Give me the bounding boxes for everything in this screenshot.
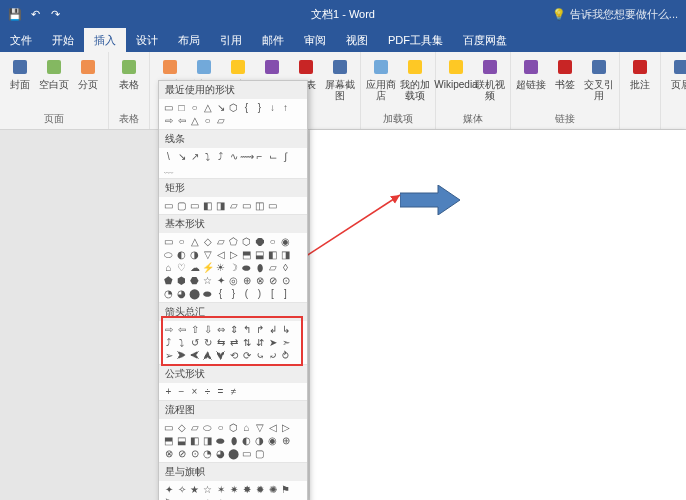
shape-option[interactable]: ⬢ bbox=[176, 275, 187, 286]
shape-option[interactable]: ↓ bbox=[267, 102, 278, 113]
tab-布局[interactable]: 布局 bbox=[168, 28, 210, 52]
shape-option[interactable]: } bbox=[254, 102, 265, 113]
shape-option[interactable]: ⇨ bbox=[163, 324, 174, 335]
ribbon-button-我的加载项[interactable]: 我的加载项 bbox=[399, 54, 431, 112]
shape-option[interactable]: ◕ bbox=[176, 288, 187, 299]
shape-option[interactable]: ▭ bbox=[267, 200, 278, 211]
tab-文件[interactable]: 文件 bbox=[0, 28, 42, 52]
shape-option[interactable]: ≠ bbox=[228, 386, 239, 397]
shape-option[interactable]: ⇩ bbox=[202, 324, 213, 335]
ribbon-button-交叉引用[interactable]: 交叉引用 bbox=[583, 54, 615, 112]
shape-option[interactable]: ⬭ bbox=[202, 422, 213, 433]
shape-option[interactable]: ◕ bbox=[215, 448, 226, 459]
shape-option[interactable]: [ bbox=[267, 288, 278, 299]
shape-option[interactable]: ▱ bbox=[189, 422, 200, 433]
shape-option[interactable]: △ bbox=[202, 102, 213, 113]
ribbon-button-批注[interactable]: 批注 bbox=[624, 54, 656, 112]
shape-option[interactable]: ◊ bbox=[280, 262, 291, 273]
tab-审阅[interactable]: 审阅 bbox=[294, 28, 336, 52]
shape-option[interactable]: ⬡ bbox=[241, 236, 252, 247]
ribbon-button-应用商店[interactable]: 应用商店 bbox=[365, 54, 397, 112]
shape-option[interactable]: ⬡ bbox=[228, 102, 239, 113]
shape-option[interactable]: ⥁ bbox=[280, 350, 291, 361]
shape-option[interactable]: ÷ bbox=[202, 386, 213, 397]
shape-option[interactable]: ♡ bbox=[176, 262, 187, 273]
shape-option[interactable]: ⇦ bbox=[176, 115, 187, 126]
shape-option[interactable]: □ bbox=[176, 102, 187, 113]
ribbon-button-分页[interactable]: 分页 bbox=[72, 54, 104, 112]
shape-option[interactable]: ⊕ bbox=[241, 275, 252, 286]
shape-option[interactable]: ⬬ bbox=[241, 262, 252, 273]
document-canvas[interactable] bbox=[310, 130, 686, 500]
shape-option[interactable]: ◑ bbox=[254, 435, 265, 446]
shape-option[interactable]: } bbox=[228, 288, 239, 299]
shape-option[interactable]: ⮟ bbox=[215, 350, 226, 361]
shape-option[interactable]: ⇕ bbox=[228, 324, 239, 335]
shape-option[interactable]: ▱ bbox=[215, 115, 226, 126]
shape-option[interactable]: ⬓ bbox=[176, 435, 187, 446]
shape-option[interactable]: ↑ bbox=[280, 102, 291, 113]
shape-option[interactable]: ▭ bbox=[163, 422, 174, 433]
shape-option[interactable]: ⯃ bbox=[254, 236, 265, 247]
shape-option[interactable]: ◧ bbox=[202, 200, 213, 211]
ribbon-button-屏幕截图[interactable]: 屏幕截图 bbox=[324, 54, 356, 112]
shape-option[interactable]: ☆ bbox=[202, 275, 213, 286]
tab-百度网盘[interactable]: 百度网盘 bbox=[453, 28, 517, 52]
shape-option[interactable]: ∫ bbox=[280, 151, 291, 162]
shape-option[interactable]: ◨ bbox=[215, 200, 226, 211]
shape-option[interactable]: ⬬ bbox=[202, 288, 213, 299]
redo-icon[interactable]: ↷ bbox=[48, 7, 62, 21]
shape-option[interactable]: \ bbox=[163, 151, 174, 162]
ribbon-button-Wikipedia[interactable]: Wikipedia bbox=[440, 54, 472, 112]
shape-option[interactable]: { bbox=[215, 288, 226, 299]
shape-option[interactable]: ⬠ bbox=[228, 236, 239, 247]
shape-option[interactable]: ▷ bbox=[228, 249, 239, 260]
shape-option[interactable]: ⮝ bbox=[202, 350, 213, 361]
shape-option[interactable]: ↘ bbox=[176, 151, 187, 162]
shape-option[interactable]: × bbox=[189, 386, 200, 397]
shape-option[interactable]: ◇ bbox=[202, 236, 213, 247]
shape-option[interactable]: ⮜ bbox=[189, 350, 200, 361]
shape-option[interactable]: ⚑ bbox=[280, 484, 291, 495]
shape-option[interactable]: ⊘ bbox=[267, 275, 278, 286]
shape-option[interactable]: ⟿ bbox=[241, 151, 252, 162]
shape-option[interactable]: ◨ bbox=[280, 249, 291, 260]
shape-option[interactable]: ▭ bbox=[163, 200, 174, 211]
shape-option[interactable]: ⤴ bbox=[215, 151, 226, 162]
ribbon-button-表格[interactable]: 表格 bbox=[113, 54, 145, 112]
shape-option[interactable]: ▢ bbox=[176, 200, 187, 211]
shape-option[interactable]: + bbox=[163, 386, 174, 397]
shape-option[interactable]: ( bbox=[241, 288, 252, 299]
shape-option[interactable]: ⇅ bbox=[241, 337, 252, 348]
shape-option[interactable]: ⇄ bbox=[228, 337, 239, 348]
shape-option[interactable]: ) bbox=[254, 288, 265, 299]
tab-视图[interactable]: 视图 bbox=[336, 28, 378, 52]
shape-option[interactable]: ◁ bbox=[267, 422, 278, 433]
shape-option[interactable]: ◧ bbox=[189, 435, 200, 446]
shape-option[interactable]: ⬣ bbox=[189, 275, 200, 286]
shape-option[interactable]: ◁ bbox=[215, 249, 226, 260]
shape-option[interactable]: ◐ bbox=[176, 249, 187, 260]
shape-option[interactable]: ⟲ bbox=[228, 350, 239, 361]
shape-option[interactable]: ⊕ bbox=[280, 435, 291, 446]
shape-option[interactable]: △ bbox=[189, 115, 200, 126]
shape-option[interactable]: ▭ bbox=[163, 236, 174, 247]
shape-option[interactable]: ⊙ bbox=[189, 448, 200, 459]
shape-option[interactable]: ✷ bbox=[228, 484, 239, 495]
shape-option[interactable]: ➢ bbox=[163, 350, 174, 361]
shape-option[interactable]: ★ bbox=[189, 484, 200, 495]
tab-PDF工具集[interactable]: PDF工具集 bbox=[378, 28, 453, 52]
shape-option[interactable]: ⌐ bbox=[254, 151, 265, 162]
shape-option[interactable]: ⇦ bbox=[176, 324, 187, 335]
shape-option[interactable]: ⤾ bbox=[267, 350, 278, 361]
shape-option[interactable]: ⊙ bbox=[280, 275, 291, 286]
shape-option[interactable]: ○ bbox=[215, 422, 226, 433]
shape-option[interactable]: ⬭ bbox=[163, 249, 174, 260]
shape-option[interactable]: ▽ bbox=[254, 422, 265, 433]
shape-option[interactable]: ○ bbox=[189, 102, 200, 113]
tell-me[interactable]: 💡 告诉我您想要做什么... bbox=[552, 7, 686, 22]
shape-option[interactable]: ] bbox=[280, 288, 291, 299]
inserted-arrow-shape[interactable] bbox=[400, 185, 460, 219]
shape-option[interactable]: ⬤ bbox=[189, 288, 200, 299]
shape-option[interactable]: ⇆ bbox=[215, 337, 226, 348]
